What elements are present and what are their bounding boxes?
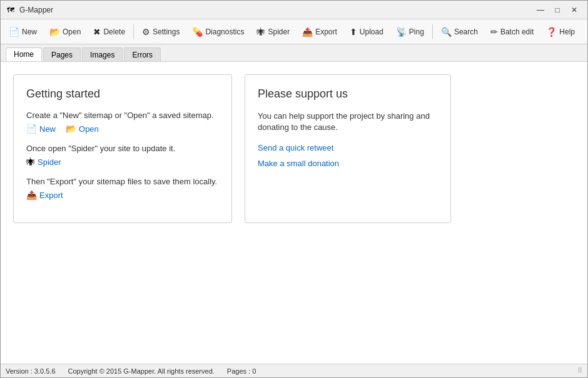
- getting-started-title: Getting started: [26, 87, 219, 101]
- toolbar-separator: [432, 24, 433, 39]
- upload-label: Upload: [360, 27, 383, 36]
- spider-button[interactable]: 🕷Spider: [251, 22, 295, 41]
- ping-icon: 📡: [396, 27, 407, 37]
- step3-section: Then "Export" your sitemap files to save…: [26, 177, 219, 200]
- step1-section: Create a "New" sitemap or "Open" a saved…: [26, 111, 219, 134]
- settings-icon: ⚙: [142, 27, 150, 37]
- app-title: G-Mapper: [19, 6, 532, 14]
- new-icon: 📄: [9, 27, 19, 37]
- spider-icon: 🕷: [26, 157, 35, 167]
- tab-pages[interactable]: Pages: [43, 47, 81, 61]
- pages-count: Pages : 0: [227, 367, 256, 375]
- toolbar-separator: [133, 24, 134, 39]
- status-dots: ⠿: [577, 367, 582, 375]
- ping-button[interactable]: 📡Ping: [390, 22, 430, 41]
- export-icon: 📤: [26, 190, 37, 200]
- export-link[interactable]: Export: [39, 191, 63, 200]
- help-button[interactable]: ❓Help: [540, 22, 580, 41]
- batch-edit-button[interactable]: ✏Batch edit: [485, 22, 539, 41]
- donate-link[interactable]: Make a small donation: [258, 159, 438, 168]
- step2-section: Once open "Spider" your site to update i…: [26, 144, 219, 167]
- tab-images[interactable]: Images: [82, 47, 123, 61]
- ping-label: Ping: [409, 27, 424, 36]
- search-label: Search: [454, 27, 478, 36]
- open-link[interactable]: Open: [79, 124, 99, 134]
- status-bar: Version : 3.0.5.6 Copyright © 2015 G-Map…: [1, 364, 587, 377]
- batch-edit-icon: ✏: [490, 27, 498, 37]
- diagnostics-label: Diagnostics: [205, 27, 244, 36]
- tab-home[interactable]: Home: [6, 47, 42, 61]
- delete-icon: ✖: [93, 27, 101, 37]
- main-content: Getting started Create a "New" sitemap o…: [1, 62, 587, 364]
- step1-links: 📄 New 📂 Open: [26, 124, 219, 134]
- version-text: Version : 3.0.5.6: [6, 367, 56, 375]
- support-title: Please support us: [258, 87, 438, 101]
- step2-text: Once open "Spider" your site to update i…: [26, 144, 219, 153]
- maximize-button[interactable]: □: [549, 4, 565, 16]
- support-card: Please support us You can help support t…: [245, 74, 451, 223]
- export-icon: 📤: [302, 27, 313, 37]
- open-icon: 📂: [66, 124, 76, 134]
- upload-button[interactable]: ⬆Upload: [344, 22, 389, 41]
- title-bar: 🗺 G-Mapper — □ ✕: [1, 1, 587, 19]
- getting-started-card: Getting started Create a "New" sitemap o…: [13, 74, 232, 223]
- app-icon: 🗺: [6, 5, 16, 15]
- support-description: You can help support the project by shar…: [258, 111, 438, 133]
- help-label: Help: [559, 27, 575, 36]
- new-label: New: [22, 27, 37, 36]
- step1-text: Create a "New" sitemap or "Open" a saved…: [26, 111, 219, 120]
- help-icon: ❓: [546, 27, 557, 37]
- retweet-link[interactable]: Send a quick retweet: [258, 143, 438, 152]
- export-button[interactable]: 📤Export: [297, 22, 343, 41]
- new-icon: 📄: [26, 124, 37, 134]
- toolbar: 📄New📂Open✖Delete⚙Settings💊Diagnostics🕷Sp…: [1, 19, 587, 44]
- step3-links: 📤 Export: [26, 190, 219, 200]
- batch-edit-label: Batch edit: [500, 27, 534, 36]
- step3-text: Then "Export" your sitemap files to save…: [26, 177, 219, 186]
- close-button[interactable]: ✕: [566, 4, 582, 16]
- new-link[interactable]: New: [39, 124, 56, 134]
- upload-icon: ⬆: [350, 27, 357, 37]
- delete-button[interactable]: ✖Delete: [88, 22, 131, 41]
- content-area: Getting started Create a "New" sitemap o…: [13, 74, 575, 223]
- export-label: Export: [315, 27, 337, 36]
- tabs-bar: HomePagesImagesErrors: [1, 44, 587, 62]
- search-button[interactable]: 🔍Search: [435, 22, 484, 41]
- open-icon: 📂: [49, 27, 60, 37]
- delete-label: Delete: [103, 27, 125, 36]
- spider-label: Spider: [268, 27, 290, 36]
- step2-links: 🕷 Spider: [26, 157, 219, 167]
- settings-button[interactable]: ⚙Settings: [136, 22, 185, 41]
- settings-label: Settings: [153, 27, 180, 36]
- window-controls: — □ ✕: [532, 4, 582, 16]
- open-label: Open: [63, 27, 81, 36]
- search-icon: 🔍: [441, 27, 452, 37]
- diagnostics-button[interactable]: 💊Diagnostics: [186, 22, 250, 41]
- minimize-button[interactable]: —: [532, 4, 549, 16]
- copyright-text: Copyright © 2015 G-Mapper. All rights re…: [68, 367, 215, 375]
- new-button[interactable]: 📄New: [3, 22, 43, 41]
- spider-icon: 🕷: [256, 27, 265, 37]
- open-button[interactable]: 📂Open: [44, 22, 86, 41]
- spider-link[interactable]: Spider: [38, 157, 61, 167]
- diagnostics-icon: 💊: [192, 27, 203, 37]
- tab-errors[interactable]: Errors: [124, 47, 161, 61]
